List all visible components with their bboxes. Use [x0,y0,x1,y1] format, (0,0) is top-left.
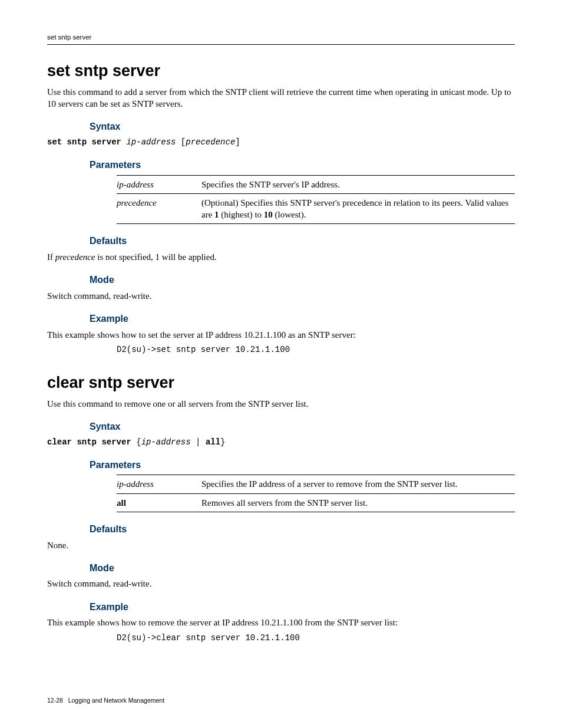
syntax-arg-ip: ip-address [126,137,176,147]
example-heading: Example [90,601,515,614]
page-footer: 12-28 Logging and Network Management [47,696,515,704]
example-intro: This example shows how to remove the ser… [47,617,515,628]
mode-text: Switch command, read-write. [47,578,515,589]
table-row: ip-addressSpecifies the SNTP server's IP… [117,175,515,193]
running-head: set sntp server [47,33,515,45]
command-intro: Use this command to remove one or all se… [47,398,515,410]
syntax-bracket-close: ] [235,137,240,147]
table-row: ip-addressSpecifies the IP address of a … [117,475,515,493]
command-title: clear sntp server [47,372,515,393]
command-clear-sntp-server: clear sntp server Use this command to re… [47,372,515,644]
param-description: (Optional) Specifies this SNTP server's … [201,193,515,224]
example-intro: This example shows how to set the server… [47,329,515,341]
command-set-sntp-server: set sntp server Use this command to add … [47,60,515,355]
footer-page-number: 12-28 [47,697,63,704]
example-command: D2(su)->clear sntp server 10.21.1.100 [117,633,515,644]
syntax-keyword: clear sntp server [47,437,131,447]
mode-heading: Mode [90,562,515,575]
command-title: set sntp server [47,60,515,81]
syntax-line: set sntp server ip-address [precedence] [47,137,515,148]
parameters-table: ip-addressSpecifies the SNTP server's IP… [117,175,515,225]
syntax-brace-open: { [131,437,141,447]
defaults-text: None. [47,539,515,551]
example-command: D2(su)->set sntp server 10.21.1.100 [117,344,515,355]
syntax-arg-ip: ip-address [141,437,191,447]
defaults-text: If precedence is not specified, 1 will b… [47,251,515,263]
example-heading: Example [90,312,515,325]
syntax-line: clear sntp server {ip-address | all} [47,437,515,448]
command-intro: Use this command to add a server from wh… [47,86,515,110]
table-row: allRemoves all servers from the SNTP ser… [117,493,515,512]
param-description: Specifies the SNTP server's IP address. [201,175,515,193]
syntax-heading: Syntax [90,420,515,433]
parameters-table: ip-addressSpecifies the IP address of a … [117,475,515,512]
param-name: ip-address [117,475,201,493]
table-row: precedence(Optional) Specifies this SNTP… [117,193,515,224]
param-name: all [117,493,201,512]
footer-chapter: Logging and Network Management [68,697,164,704]
syntax-keyword-all: all [206,437,220,447]
syntax-brace-close: } [220,437,225,447]
syntax-separator: | [191,437,206,447]
syntax-bracket-open: [ [176,137,186,147]
mode-heading: Mode [90,274,515,286]
parameters-heading: Parameters [90,459,515,472]
param-name: ip-address [117,175,201,193]
param-description: Specifies the IP address of a server to … [201,475,515,493]
mode-text: Switch command, read-write. [47,290,515,302]
param-description: Removes all servers from the SNTP server… [201,493,515,512]
param-name: precedence [117,193,201,224]
parameters-heading: Parameters [90,159,515,172]
syntax-keyword: set sntp server [47,137,121,147]
syntax-heading: Syntax [90,120,515,133]
syntax-arg-precedence: precedence [186,137,235,147]
defaults-heading: Defaults [90,523,515,536]
defaults-heading: Defaults [90,235,515,248]
